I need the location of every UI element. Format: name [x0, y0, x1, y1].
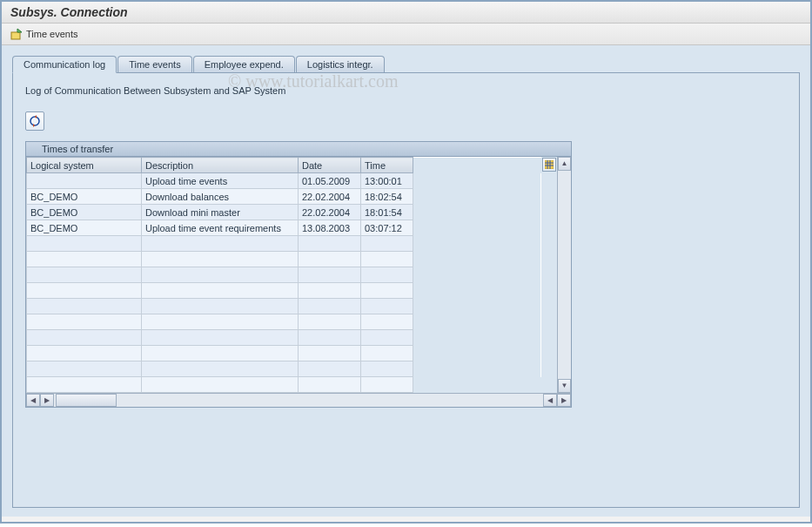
col-header-date[interactable]: Date	[299, 158, 361, 173]
table-row[interactable]: BC_DEMODownload mini master22.02.200418:…	[27, 205, 541, 220]
hscroll-track[interactable]	[117, 394, 543, 407]
cell-logical-system[interactable]: BC_DEMO	[27, 220, 142, 236]
table-row-empty[interactable]	[27, 377, 541, 393]
tab-employee-expend[interactable]: Employee expend.	[193, 56, 295, 72]
scroll-left-button[interactable]: ◀	[26, 394, 40, 407]
tab-time-events[interactable]: Time events	[117, 56, 192, 72]
hscroll-thumb[interactable]	[56, 394, 117, 407]
title-bar: Subsys. Connection	[2, 2, 810, 24]
col-header-logical-system[interactable]: Logical system	[27, 158, 142, 173]
cell-logical-system[interactable]: BC_DEMO	[27, 205, 142, 220]
scroll-right-button-1[interactable]: ▶	[40, 394, 54, 407]
table-row-empty[interactable]	[27, 361, 541, 377]
cell-time[interactable]: 03:07:12	[361, 220, 413, 236]
scroll-down-button[interactable]: ▼	[558, 379, 571, 393]
cell-description[interactable]: Upload time event requirements	[142, 220, 299, 236]
refresh-icon	[29, 115, 41, 127]
grid-side-toolbar	[541, 157, 557, 393]
transfer-table: Logical system Description Date Time Upl…	[26, 157, 541, 393]
table-row-empty[interactable]	[27, 236, 541, 252]
refresh-button[interactable]	[25, 111, 44, 131]
table-row[interactable]: Upload time events01.05.200913:00:01	[27, 173, 541, 189]
svg-rect-0	[11, 32, 20, 39]
cell-date[interactable]: 01.05.2009	[299, 173, 361, 189]
table-row[interactable]: BC_DEMOUpload time event requirements13.…	[27, 220, 541, 236]
app-toolbar: Time events	[2, 24, 810, 45]
cell-date[interactable]: 22.02.2004	[299, 205, 361, 220]
table-row-empty[interactable]	[27, 283, 541, 299]
cell-description[interactable]: Download balances	[142, 189, 299, 205]
horizontal-scrollbar[interactable]: ◀ ▶ ◀ ▶	[26, 393, 571, 407]
cell-time[interactable]: 18:02:54	[361, 189, 413, 205]
vscroll-track[interactable]	[558, 171, 571, 379]
cell-description[interactable]: Upload time events	[142, 173, 299, 189]
vertical-scrollbar[interactable]: ▲ ▼	[557, 157, 571, 393]
cell-time[interactable]: 13:00:01	[361, 173, 413, 189]
cell-time[interactable]: 18:01:54	[361, 205, 413, 220]
tab-panel-communication-log: Log of Communication Between Subsystem a…	[12, 72, 800, 508]
cell-padding	[413, 189, 541, 205]
main-window: Subsys. Connection Time events © www.tut…	[0, 0, 812, 524]
table-settings-icon	[545, 160, 554, 169]
scroll-left-button-2[interactable]: ◀	[543, 394, 557, 407]
cell-padding	[413, 220, 541, 236]
table-row-empty[interactable]	[27, 267, 541, 283]
col-header-padding	[413, 158, 541, 173]
table-row-empty[interactable]	[27, 346, 541, 361]
tabstrip: Communication log Time events Employee e…	[2, 45, 810, 72]
svg-point-1	[30, 117, 39, 125]
table-row[interactable]: BC_DEMODownload balances22.02.200418:02:…	[27, 189, 541, 205]
table-row-empty[interactable]	[27, 314, 541, 330]
cell-logical-system[interactable]	[27, 173, 142, 189]
cell-date[interactable]: 22.02.2004	[299, 189, 361, 205]
panel-description: Log of Communication Between Subsystem a…	[25, 85, 787, 96]
tab-communication-log[interactable]: Communication log	[12, 56, 117, 73]
cell-description[interactable]: Download mini master	[142, 205, 299, 220]
col-header-description[interactable]: Description	[142, 158, 299, 173]
tab-logistics-integr[interactable]: Logistics integr.	[296, 56, 385, 72]
scroll-up-button[interactable]: ▲	[558, 157, 571, 171]
cell-padding	[413, 205, 541, 220]
svg-rect-2	[545, 160, 554, 169]
table-row-empty[interactable]	[27, 299, 541, 314]
table-settings-button[interactable]	[542, 158, 556, 172]
cell-padding	[413, 173, 541, 189]
toolbar-time-events-label[interactable]: Time events	[26, 29, 78, 39]
table-row-empty[interactable]	[27, 252, 541, 267]
cell-date[interactable]: 13.08.2003	[299, 220, 361, 236]
grid-title: Times of transfer	[26, 142, 571, 157]
transfer-grid: Times of transfer Logical system Descrip…	[25, 141, 572, 408]
col-header-time[interactable]: Time	[361, 158, 413, 173]
table-row-empty[interactable]	[27, 330, 541, 346]
time-events-icon	[10, 28, 23, 40]
content-area: © www.tutorialkart.com Communication log…	[2, 45, 810, 517]
scroll-right-button-2[interactable]: ▶	[557, 394, 571, 407]
cell-logical-system[interactable]: BC_DEMO	[27, 189, 142, 205]
page-title: Subsys. Connection	[10, 5, 802, 19]
